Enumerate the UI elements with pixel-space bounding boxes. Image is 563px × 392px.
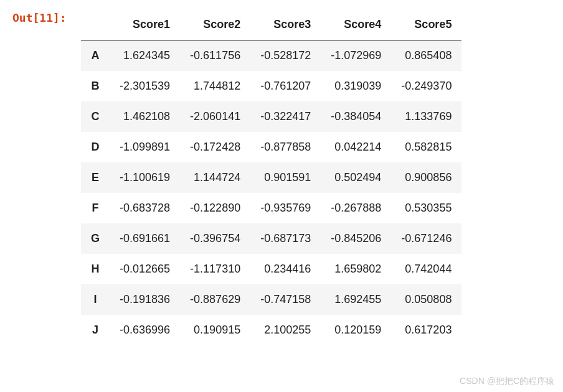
table-row: C 1.462108 -2.060141 -0.322417 -0.384054… — [81, 101, 461, 132]
table-cell: -0.267888 — [321, 193, 391, 223]
output-area: Score1 Score2 Score3 Score4 Score5 A 1.6… — [81, 9, 551, 345]
table-cell: 1.133769 — [391, 101, 461, 132]
dataframe-table: Score1 Score2 Score3 Score4 Score5 A 1.6… — [81, 9, 461, 345]
table-cell: -2.060141 — [180, 101, 250, 132]
table-cell: -2.301539 — [110, 71, 180, 101]
table-row: D -1.099891 -0.172428 -0.877858 0.042214… — [81, 132, 461, 162]
table-cell: -0.683728 — [110, 193, 180, 223]
table-cell: -0.384054 — [321, 101, 391, 132]
table-row: J -0.636996 0.190915 2.100255 0.120159 0… — [81, 315, 461, 345]
table-cell: -1.100619 — [110, 162, 180, 193]
table-cell: -1.072969 — [321, 40, 391, 72]
table-cell: -0.845206 — [321, 223, 391, 254]
table-cell: -0.636996 — [110, 315, 180, 345]
table-cell: 1.462108 — [110, 101, 180, 132]
table-cell: -0.761207 — [250, 71, 321, 101]
column-header: Score1 — [110, 9, 180, 40]
table-cell: -0.191836 — [110, 284, 180, 315]
table-cell: 0.865408 — [391, 40, 461, 72]
table-cell: -0.691661 — [110, 223, 180, 254]
table-row: I -0.191836 -0.887629 -0.747158 1.692455… — [81, 284, 461, 315]
table-cell: 0.582815 — [391, 132, 461, 162]
table-cell: 0.234416 — [250, 254, 321, 284]
table-cell: 0.042214 — [321, 132, 391, 162]
table-row: E -1.100619 1.144724 0.901591 0.502494 0… — [81, 162, 461, 193]
column-header: Score2 — [180, 9, 250, 40]
table-cell: 0.120159 — [321, 315, 391, 345]
table-row: H -0.012665 -1.117310 0.234416 1.659802 … — [81, 254, 461, 284]
table-cell: -0.172428 — [180, 132, 250, 162]
column-header: Score4 — [321, 9, 391, 40]
table-cell: 0.900856 — [391, 162, 461, 193]
row-index: C — [81, 101, 110, 132]
table-row: G -0.691661 -0.396754 -0.687173 -0.84520… — [81, 223, 461, 254]
table-cell: 0.050808 — [391, 284, 461, 315]
table-row: A 1.624345 -0.611756 -0.528172 -1.072969… — [81, 40, 461, 72]
table-cell: -0.122890 — [180, 193, 250, 223]
table-header-row: Score1 Score2 Score3 Score4 Score5 — [81, 9, 461, 40]
table-row: B -2.301539 1.744812 -0.761207 0.319039 … — [81, 71, 461, 101]
table-header-blank — [81, 9, 110, 40]
row-index: A — [81, 40, 110, 72]
table-cell: -1.099891 — [110, 132, 180, 162]
column-header: Score3 — [250, 9, 321, 40]
row-index: F — [81, 193, 110, 223]
table-cell: -0.611756 — [180, 40, 250, 72]
table-cell: 0.742044 — [391, 254, 461, 284]
table-cell: -0.528172 — [250, 40, 321, 72]
table-cell: -0.322417 — [250, 101, 321, 132]
row-index: G — [81, 223, 110, 254]
row-index: B — [81, 71, 110, 101]
table-cell: 1.744812 — [180, 71, 250, 101]
table-cell: -0.396754 — [180, 223, 250, 254]
table-cell: 0.901591 — [250, 162, 321, 193]
table-cell: -0.747158 — [250, 284, 321, 315]
table-cell: 0.502494 — [321, 162, 391, 193]
table-cell: -0.012665 — [110, 254, 180, 284]
table-cell: 1.144724 — [180, 162, 250, 193]
row-index: D — [81, 132, 110, 162]
table-cell: 1.624345 — [110, 40, 180, 72]
table-cell: -0.887629 — [180, 284, 250, 315]
row-index: I — [81, 284, 110, 315]
table-cell: -0.671246 — [391, 223, 461, 254]
table-cell: 0.530355 — [391, 193, 461, 223]
table-cell: 2.100255 — [250, 315, 321, 345]
table-cell: -0.877858 — [250, 132, 321, 162]
table-cell: 0.319039 — [321, 71, 391, 101]
output-container: Out[11]: Score1 Score2 Score3 Score4 Sco… — [12, 9, 551, 345]
output-prompt: Out[11]: — [12, 9, 81, 24]
table-row: F -0.683728 -0.122890 -0.935769 -0.26788… — [81, 193, 461, 223]
row-index: H — [81, 254, 110, 284]
table-cell: 0.190915 — [180, 315, 250, 345]
table-cell: 1.692455 — [321, 284, 391, 315]
table-cell: 1.659802 — [321, 254, 391, 284]
column-header: Score5 — [391, 9, 461, 40]
table-cell: -0.687173 — [250, 223, 321, 254]
table-cell: -0.935769 — [250, 193, 321, 223]
table-cell: 0.617203 — [391, 315, 461, 345]
row-index: E — [81, 162, 110, 193]
table-cell: -1.117310 — [180, 254, 250, 284]
table-cell: -0.249370 — [391, 71, 461, 101]
row-index: J — [81, 315, 110, 345]
